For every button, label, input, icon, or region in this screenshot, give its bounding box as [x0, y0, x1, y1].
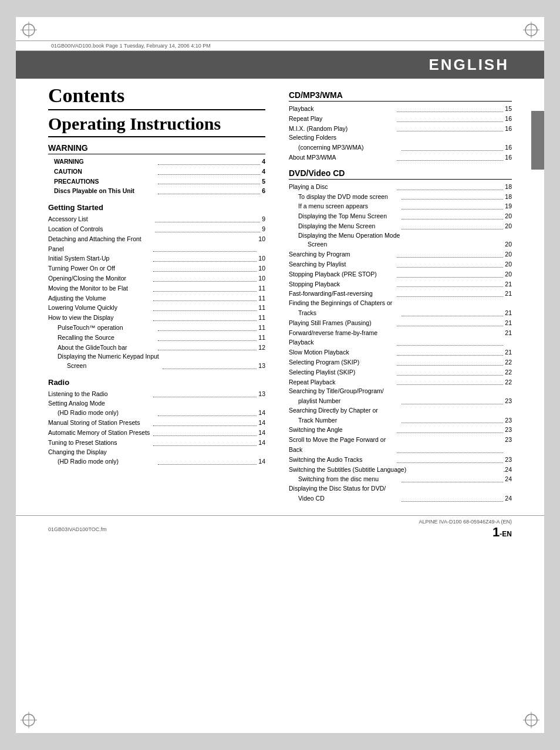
toc-find-chapters-line1: Finding the Beginnings of Chapters or — [289, 299, 512, 308]
getting-started-heading: Getting Started — [48, 203, 265, 212]
radio-list: Listening to the Radio 13 Setting Analog… — [48, 389, 265, 467]
cdmp3-list: Playback 15 Repeat Play 16 M.I.X. (Rando… — [289, 104, 512, 163]
warning-heading: WARNING — [48, 143, 265, 154]
main-content: Contents Operating Instructions WARNING … — [16, 85, 544, 504]
page-suffix: -EN — [500, 530, 512, 538]
toc-fast-forward: Fast-forwarding/Fast-reversing 21 — [289, 289, 512, 299]
toc-search-chapter-line2: Track Number 23 — [289, 415, 512, 425]
toc-menu-screen-appears: If a menu screen appears 19 — [289, 201, 512, 211]
toc-find-chapters-line2: Tracks 21 — [289, 308, 512, 318]
toc-auto-presets: Automatic Memory of Station Presets 14 — [48, 428, 265, 438]
toc-location-controls: Location of Controls 9 — [48, 224, 265, 234]
footer-right: ALPINE IVA-D100 68-05946Z49-A (EN) — [419, 519, 512, 525]
dvd-list: Playing a Disc 18 To display the DVD mod… — [289, 182, 512, 504]
toc-stop-playback: Stopping Playback 21 — [289, 279, 512, 289]
page-number: 1 — [492, 525, 500, 539]
page-number-display: 1-EN — [419, 525, 512, 540]
corner-mark-tl — [21, 22, 37, 38]
toc-display-menu-screen: Displaying the Menu Screen 20 — [289, 221, 512, 231]
toc-search-title-line1: Searching by Title/Group/Program/ — [289, 387, 512, 396]
toc-search-chapter-line1: Searching Directly by Chapter or — [289, 406, 512, 415]
toc-search-program: Searching by Program 20 — [289, 249, 512, 259]
toc-numeric-keypad-line2: Screen 13 — [48, 362, 265, 371]
toc-change-display-line1: Changing the Display — [48, 448, 265, 457]
header-text: 01GB00IVAD100.book Page 1 Tuesday, Febru… — [51, 43, 211, 49]
toc-playing-disc: Playing a Disc 18 — [289, 182, 512, 192]
toc-precautions: PRECAUTIONS 5 — [54, 177, 265, 187]
page: 01GB00IVAD100.book Page 1 Tuesday, Febru… — [16, 17, 544, 733]
toc-select-folders-line1: Selecting Folders — [289, 133, 512, 143]
toc-analog-mode-line2: (HD Radio mode only) 14 — [48, 408, 265, 418]
english-banner: ENGLISH — [16, 51, 544, 79]
toc-monitor-flat: Moving the Monitor to be Flat 11 — [48, 283, 265, 293]
toc-switch-angle: Switching the Angle 23 — [289, 425, 512, 435]
footer-left: 01GB03IVAD100TOC.fm — [48, 526, 107, 532]
toc-power-on-off: Turning Power On or Off 10 — [48, 263, 265, 273]
warning-items-list: WARNING 4 CAUTION 4 PRECAUTIONS 5 Discs … — [54, 157, 265, 196]
toc-scroll-page: Scroll to Move the Page Forward or Back … — [289, 435, 512, 455]
toc-manual-presets: Manual Storing of Station Presets 14 — [48, 418, 265, 428]
left-column: Contents Operating Instructions WARNING … — [48, 85, 277, 504]
toc-display-menu-op-line2: Screen 20 — [289, 240, 512, 249]
toc-open-close-monitor: Opening/Closing the Monitor 10 — [48, 273, 265, 283]
toc-adjust-volume: Adjusting the Volume 11 — [48, 293, 265, 303]
toc-pulsetouch: PulseTouch™ operation 11 — [48, 323, 265, 333]
corner-mark-br — [523, 712, 539, 728]
toc-tune-preset: Tuning to Preset Stations 14 — [48, 438, 265, 448]
section-tab — [531, 111, 544, 170]
toc-frame-by-frame: Forward/reverse frame-by-frame Playback … — [289, 328, 512, 348]
radio-heading: Radio — [48, 378, 265, 387]
toc-view-display: How to view the Display 11 — [48, 313, 265, 323]
toc-display-dvd-mode: To display the DVD mode screen 18 — [289, 192, 512, 202]
dvd-heading: DVD/Video CD — [289, 168, 512, 180]
toc-cd-playback: Playback 15 — [289, 104, 512, 114]
toc-analog-mode-line1: Setting Analog Mode — [48, 399, 265, 408]
english-label: ENGLISH — [429, 56, 509, 73]
toc-select-folders-line2: (concerning MP3/WMA) 16 — [289, 143, 512, 153]
toc-switch-disc-menu: Switching from the disc menu 24 — [289, 474, 512, 484]
getting-started-list: Accessory List 9 Location of Controls 9 … — [48, 214, 265, 371]
toc-repeat-playback: Repeat Playback 22 — [289, 377, 512, 387]
toc-lower-vol-quick: Lowering Volume Quickly 11 — [48, 303, 265, 313]
corner-mark-bl — [21, 712, 37, 728]
toc-random-play: M.I.X. (Random Play) 16 — [289, 124, 512, 134]
operating-title: Operating Instructions — [48, 114, 265, 137]
toc-select-program-skip: Selecting Program (SKIP) 22 — [289, 357, 512, 367]
toc-listening-radio: Listening to the Radio 13 — [48, 389, 265, 399]
toc-still-frames: Playing Still Frames (Pausing) 21 — [289, 318, 512, 328]
toc-discs-playable: Discs Playable on This Unit 6 — [54, 186, 265, 196]
toc-recall-source: Recalling the Source 11 — [48, 333, 265, 343]
toc-display-menu-op-line1: Displaying the Menu Operation Mode — [289, 231, 512, 241]
header-bar: 01GB00IVAD100.book Page 1 Tuesday, Febru… — [16, 40, 544, 51]
toc-stop-prestop: Stopping Playback (PRE STOP) 20 — [289, 269, 512, 279]
toc-repeat-play: Repeat Play 16 — [289, 114, 512, 124]
page-number-area: ALPINE IVA-D100 68-05946Z49-A (EN) 1-EN — [419, 519, 512, 540]
right-column: CD/MP3/WMA Playback 15 Repeat Play 16 M.… — [277, 85, 512, 504]
toc-change-display-line2: (HD Radio mode only) 14 — [48, 457, 265, 467]
toc-disc-status-line1: Displaying the Disc Status for DVD/ — [289, 484, 512, 494]
toc-initial-startup: Initial System Start-Up 10 — [48, 254, 265, 263]
toc-switch-audio: Switching the Audio Tracks 23 — [289, 455, 512, 465]
contents-title: Contents — [48, 85, 265, 110]
toc-caution: CAUTION 4 — [54, 167, 265, 177]
toc-warning: WARNING 4 — [54, 157, 265, 167]
toc-about-mp3: About MP3/WMA 16 — [289, 153, 512, 163]
toc-display-top-menu: Displaying the Top Menu Screen 20 — [289, 211, 512, 221]
footer: 01GB03IVAD100TOC.fm ALPINE IVA-D100 68-0… — [16, 515, 544, 543]
toc-accessory-list: Accessory List 9 — [48, 214, 265, 224]
toc-glidetouch: About the GlideTouch bar 12 — [48, 343, 265, 353]
toc-detach-front-panel: Detaching and Attaching the Front Panel … — [48, 234, 265, 254]
toc-numeric-keypad-line1: Displaying the Numeric Keypad Input — [48, 352, 265, 362]
toc-search-title-line2: playlist Number 23 — [289, 396, 512, 406]
corner-mark-tr — [523, 22, 539, 38]
toc-switch-subtitles: Switching the Subtitles (Subtitle Langua… — [289, 465, 512, 475]
toc-slow-motion: Slow Motion Playback 21 — [289, 347, 512, 357]
cdmp3-heading: CD/MP3/WMA — [289, 90, 512, 102]
toc-search-playlist: Searching by Playlist 20 — [289, 259, 512, 269]
toc-select-playlist-skip: Selecting Playlist (SKIP) 22 — [289, 367, 512, 377]
toc-disc-status-line2: Video CD 24 — [289, 494, 512, 504]
